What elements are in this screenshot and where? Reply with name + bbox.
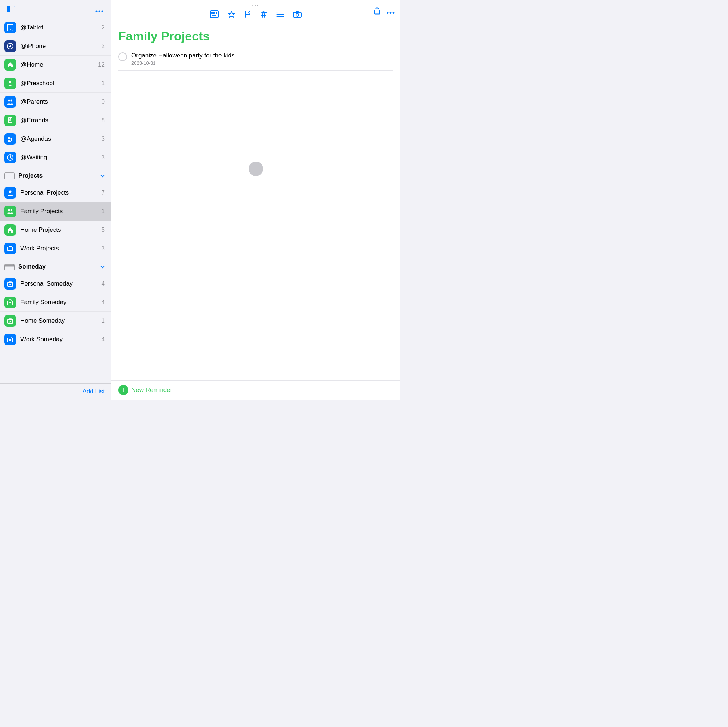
sidebar-item-count: 2 — [102, 24, 105, 31]
sidebar-item-family-someday[interactable]: Family Someday 4 — [0, 293, 111, 312]
sidebar-item-count: 3 — [102, 154, 105, 161]
sidebar-item-family-projects[interactable]: Family Projects 1 — [0, 202, 111, 221]
svg-point-3 — [99, 11, 101, 12]
task-content: Organize Halloween party for the kids 20… — [132, 52, 234, 66]
sidebar-item-preschool[interactable]: @Preschool 1 — [0, 74, 111, 93]
svg-rect-35 — [213, 14, 214, 14]
svg-rect-32 — [214, 12, 216, 13]
more-options-button[interactable] — [94, 5, 105, 16]
sidebar-item-iphone[interactable]: @iPhone 2 — [0, 37, 111, 56]
new-reminder-button[interactable]: + New Reminder — [118, 385, 172, 395]
toggle-sidebar-button[interactable] — [6, 5, 17, 16]
sidebar-item-count: 4 — [102, 299, 105, 306]
svg-point-4 — [102, 11, 103, 12]
projects-folder-icon — [5, 171, 15, 181]
sidebar-item-label: @Errands — [20, 117, 102, 124]
sidebar-item-label: @Waiting — [20, 154, 102, 161]
new-reminder-label: New Reminder — [132, 386, 172, 394]
svg-rect-30 — [211, 12, 213, 13]
sidebar-item-count: 1 — [102, 317, 105, 325]
errands-icon — [5, 115, 16, 126]
sidebar-item-label: @Agendas — [20, 135, 102, 143]
sidebar-item-count: 8 — [102, 117, 105, 124]
task-checkbox[interactable] — [118, 52, 127, 61]
sidebar-item-personal-projects[interactable]: Personal Projects 7 — [0, 184, 111, 202]
svg-point-9 — [8, 100, 10, 102]
svg-point-46 — [393, 12, 395, 14]
svg-point-43 — [296, 14, 299, 16]
sidebar-item-count: 3 — [102, 245, 105, 252]
task-text: Organize Halloween party for the kids — [132, 52, 234, 59]
keyboard-icon-button[interactable] — [210, 10, 219, 20]
sidebar-item-waiting[interactable]: @Waiting 3 — [0, 148, 111, 167]
sidebar-item-parents[interactable]: @Parents 0 — [0, 93, 111, 111]
svg-point-39 — [276, 12, 277, 13]
sidebar-item-label: Personal Projects — [20, 189, 102, 197]
sidebar-item-errands[interactable]: @Errands 8 — [0, 111, 111, 130]
sidebar-item-count: 2 — [102, 43, 105, 50]
sidebar-item-label: @iPhone — [20, 43, 102, 50]
projects-section-label: Projects — [18, 172, 101, 179]
sidebar-item-agendas[interactable]: @Agendas 3 — [0, 130, 111, 148]
sidebar-item-count: 1 — [102, 80, 105, 87]
toolbar-right — [373, 6, 395, 16]
sidebar-item-count: 7 — [102, 189, 105, 197]
sidebar-item-work-projects[interactable]: Work Projects 3 — [0, 240, 111, 258]
personal-projects-icon — [5, 187, 16, 199]
sidebar-list: @Tablet 2 @iPhone 2 @Home 12 @Preschool … — [0, 18, 111, 383]
sidebar-item-label: @Home — [20, 61, 98, 69]
svg-rect-22 — [5, 265, 14, 270]
svg-point-45 — [390, 12, 392, 14]
hashtag-icon-button[interactable] — [260, 10, 268, 20]
sidebar-item-label: Home Projects — [20, 226, 102, 234]
svg-rect-31 — [213, 12, 214, 13]
svg-point-12 — [8, 137, 10, 139]
sidebar-item-tablet[interactable]: @Tablet 2 — [0, 18, 111, 37]
home-someday-icon — [5, 315, 16, 327]
svg-point-40 — [276, 14, 277, 15]
svg-rect-33 — [216, 12, 217, 13]
list-icon-button[interactable] — [276, 10, 284, 20]
sidebar-item-work-someday[interactable]: Work Someday 4 — [0, 330, 111, 349]
sidebar-item-count: 3 — [102, 135, 105, 143]
table-row: Organize Halloween party for the kids 20… — [118, 48, 393, 70]
svg-point-6 — [10, 29, 11, 30]
someday-folder-icon — [5, 262, 15, 272]
svg-point-25 — [9, 302, 11, 304]
flag-icon-button[interactable] — [244, 10, 252, 20]
camera-icon-button[interactable] — [293, 11, 302, 20]
location-icon-button[interactable] — [228, 10, 236, 20]
someday-section-label: Someday — [18, 263, 101, 270]
svg-rect-36 — [214, 14, 216, 14]
someday-section-header[interactable]: Someday — [0, 258, 111, 275]
sidebar-item-label: @Tablet — [20, 24, 102, 31]
add-list-button[interactable]: Add List — [83, 388, 105, 395]
family-someday-icon — [5, 296, 16, 308]
family-projects-icon — [5, 206, 16, 217]
sidebar-item-count: 5 — [102, 226, 105, 234]
projects-section-header[interactable]: Projects — [0, 167, 111, 184]
more-menu-button[interactable] — [387, 6, 395, 16]
home-projects-icon — [5, 224, 16, 236]
sidebar-item-label: @Preschool — [20, 80, 102, 87]
svg-point-44 — [387, 12, 389, 14]
bottom-bar: + New Reminder — [111, 380, 401, 400]
sidebar-item-personal-someday[interactable]: Personal Someday 4 — [0, 275, 111, 293]
sidebar-item-home-projects[interactable]: Home Projects 5 — [0, 221, 111, 240]
svg-rect-29 — [210, 11, 219, 18]
sidebar-item-label: Family Someday — [20, 299, 102, 306]
svg-point-2 — [96, 11, 98, 12]
waiting-icon — [5, 152, 16, 163]
loading-indicator — [249, 162, 263, 176]
sidebar-item-home-someday[interactable]: Home Someday 1 — [0, 312, 111, 330]
sidebar-footer: Add List — [0, 383, 111, 400]
share-icon-button[interactable] — [373, 6, 381, 16]
sidebar-item-label: Work Someday — [20, 336, 102, 343]
personal-someday-icon — [5, 278, 16, 290]
sidebar-item-home[interactable]: @Home 12 — [0, 56, 111, 74]
svg-point-10 — [11, 100, 12, 102]
sidebar-item-label: Home Someday — [20, 317, 102, 325]
work-someday-icon — [5, 334, 16, 345]
svg-rect-28 — [9, 339, 11, 341]
sidebar-item-count: 4 — [102, 280, 105, 287]
